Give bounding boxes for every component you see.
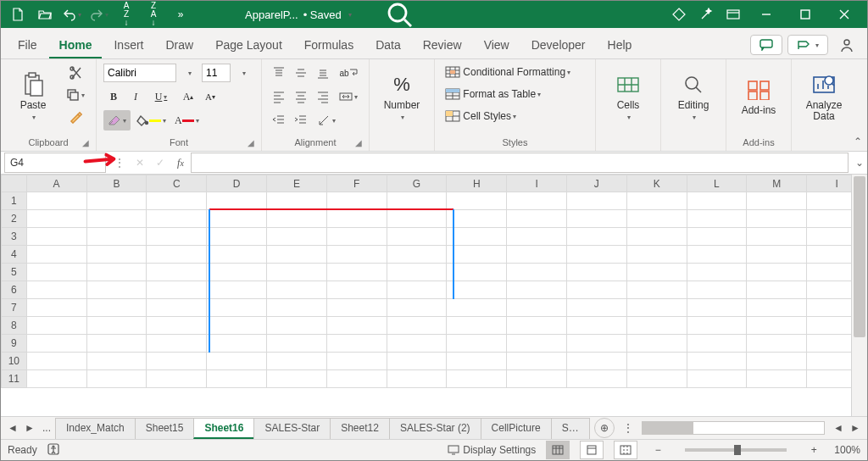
align-right-icon[interactable]	[313, 86, 333, 107]
cell[interactable]	[387, 353, 447, 370]
cell[interactable]	[86, 353, 147, 370]
cell[interactable]	[566, 353, 626, 370]
maximize-button[interactable]	[786, 1, 825, 28]
cell[interactable]	[326, 228, 387, 246]
cell[interactable]	[507, 246, 567, 264]
row-header[interactable]: 3	[2, 228, 27, 246]
view-normal-icon[interactable]	[546, 441, 570, 459]
cell[interactable]	[626, 299, 687, 317]
cell[interactable]	[326, 210, 387, 228]
cell[interactable]	[447, 264, 507, 281]
name-box[interactable]: G4	[4, 153, 106, 173]
tab-help[interactable]: Help	[598, 31, 643, 58]
cell[interactable]	[566, 210, 626, 228]
cell[interactable]	[147, 210, 207, 228]
cell[interactable]	[447, 192, 507, 210]
row-header[interactable]: 1	[2, 192, 27, 210]
cut-icon[interactable]	[65, 63, 86, 83]
view-page-layout-icon[interactable]	[580, 441, 604, 459]
cancel-formula-icon[interactable]: ✕	[130, 153, 150, 173]
vertical-scrollbar[interactable]	[851, 175, 867, 416]
cell[interactable]	[447, 370, 507, 388]
accessibility-icon[interactable]	[47, 443, 59, 458]
fill-color-button[interactable]: ▾	[132, 110, 170, 131]
cell[interactable]	[326, 281, 387, 299]
row-header[interactable]: 7	[2, 299, 27, 317]
cell[interactable]	[86, 317, 147, 335]
fx-icon[interactable]: fx	[170, 153, 191, 173]
cell[interactable]	[266, 264, 326, 281]
border-eraser-button[interactable]: ▾	[103, 110, 131, 131]
cell[interactable]	[26, 228, 86, 246]
cell[interactable]	[147, 353, 207, 370]
grow-font-icon[interactable]: A▴	[178, 86, 198, 107]
minimize-button[interactable]	[747, 1, 786, 28]
sheet-tab[interactable]: Sheet12	[330, 418, 390, 439]
cell[interactable]	[507, 228, 567, 246]
cell[interactable]	[507, 317, 567, 335]
sparkle-icon[interactable]	[693, 1, 720, 28]
cell[interactable]	[687, 353, 747, 370]
cell[interactable]	[507, 370, 567, 388]
font-name-input[interactable]	[103, 64, 176, 82]
cell[interactable]	[207, 264, 267, 281]
font-name-dropdown[interactable]: ▾	[180, 63, 200, 83]
add-sheet-button[interactable]: ⊕	[594, 418, 615, 438]
cell[interactable]	[147, 317, 207, 335]
cell[interactable]	[687, 246, 747, 264]
cell[interactable]	[507, 192, 567, 210]
align-middle-icon[interactable]	[291, 63, 311, 83]
sort-za-icon[interactable]: ZA↓	[140, 1, 167, 28]
cell[interactable]	[26, 335, 86, 353]
tab-draw[interactable]: Draw	[155, 31, 203, 58]
zoom-slider[interactable]	[685, 448, 787, 452]
cell[interactable]	[387, 299, 447, 317]
cell[interactable]	[86, 335, 147, 353]
column-header[interactable]: E	[266, 175, 326, 192]
cell[interactable]	[147, 228, 207, 246]
cell[interactable]	[447, 299, 507, 317]
cell[interactable]	[626, 370, 687, 388]
sheet-tab[interactable]: Sheet15	[135, 418, 195, 439]
cell[interactable]	[387, 210, 447, 228]
cell[interactable]	[687, 264, 747, 281]
sheet-nav-prev[interactable]: ◄	[4, 422, 21, 434]
cell[interactable]	[26, 317, 86, 335]
row-header[interactable]: 2	[2, 210, 27, 228]
cell[interactable]	[687, 317, 747, 335]
cell[interactable]	[566, 228, 626, 246]
account-icon[interactable]	[833, 35, 860, 55]
cell[interactable]	[26, 264, 86, 281]
cells-button[interactable]: Cells▾	[603, 63, 654, 131]
cell[interactable]	[566, 335, 626, 353]
sheet-nav-dots[interactable]: ⋮	[620, 422, 637, 434]
format-painter-icon[interactable]	[65, 107, 86, 127]
format-as-table-button[interactable]: Format as Table▾	[442, 85, 544, 103]
search-icon[interactable]	[386, 1, 413, 28]
cell[interactable]	[387, 370, 447, 388]
cell[interactable]	[326, 192, 387, 210]
cell[interactable]	[86, 228, 147, 246]
tab-page-layout[interactable]: Page Layout	[205, 31, 292, 58]
column-header[interactable]: K	[626, 175, 687, 192]
column-header[interactable]: J	[566, 175, 626, 192]
cell[interactable]	[507, 299, 567, 317]
column-header[interactable]: D	[207, 175, 267, 192]
underline-button[interactable]: U▾	[147, 86, 175, 107]
cell[interactable]	[747, 246, 807, 264]
cell[interactable]	[147, 370, 207, 388]
cell[interactable]	[266, 228, 326, 246]
cell[interactable]	[266, 370, 326, 388]
cell[interactable]	[266, 210, 326, 228]
cell[interactable]	[687, 335, 747, 353]
sheet-tab[interactable]: SALES-Star	[253, 418, 331, 439]
font-size-input[interactable]	[202, 64, 231, 82]
cell[interactable]	[747, 281, 807, 299]
cell[interactable]	[747, 370, 807, 388]
select-all-corner[interactable]	[2, 175, 27, 192]
redo-icon[interactable]: ▾	[86, 1, 113, 28]
sheet-nav-next[interactable]: ►	[21, 422, 38, 434]
cell[interactable]	[626, 281, 687, 299]
share-button[interactable]: ▾	[787, 35, 828, 55]
cell[interactable]	[207, 246, 267, 264]
